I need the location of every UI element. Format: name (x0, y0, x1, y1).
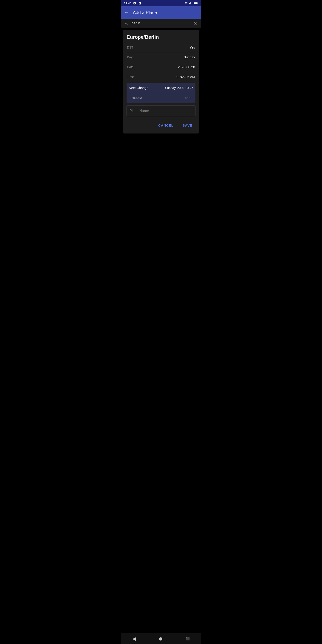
status-left: 11:46 (124, 2, 141, 5)
signal-icon (189, 2, 192, 5)
back-button[interactable]: ← (124, 10, 129, 16)
day-label: Day (127, 56, 132, 59)
timezone-title: Europe/Berlin (126, 34, 196, 40)
action-buttons: CANCEL SAVE (126, 121, 196, 130)
wifi-icon (184, 2, 188, 5)
dst-label: DST (127, 46, 133, 49)
svg-rect-2 (198, 3, 198, 4)
clear-icon[interactable] (193, 21, 198, 26)
search-input[interactable] (132, 21, 190, 25)
next-change-section: Next Change Sunday, 2020-10-25 03:00 AM … (126, 83, 196, 103)
save-button[interactable]: SAVE (180, 122, 194, 129)
next-change-value: Sunday, 2020-10-25 (165, 86, 193, 90)
app-bar: ← Add a Place (121, 6, 201, 19)
next-change-row: Next Change Sunday, 2020-10-25 (126, 83, 196, 93)
next-change-offset-value: -01:00 (184, 96, 193, 100)
time-row: Time 11:46:36 AM (126, 72, 196, 82)
date-value: 2020-06-28 (178, 65, 195, 69)
status-time: 11:46 (124, 2, 131, 5)
next-change-sub-row: 03:00 AM -01:00 (126, 93, 196, 103)
next-change-label: Next Change (129, 86, 148, 90)
battery-icon (194, 2, 198, 4)
place-name-field[interactable] (126, 106, 196, 116)
app-bar-title: Add a Place (133, 10, 157, 15)
sim-icon (138, 2, 141, 5)
search-icon (124, 21, 129, 26)
status-bar: 11:46 (121, 0, 201, 6)
time-value: 11:46:36 AM (176, 75, 195, 79)
timezone-card: Europe/Berlin DST Yes Day Sunday Date 20… (123, 30, 199, 134)
place-name-input[interactable] (130, 109, 192, 113)
settings-icon (133, 2, 136, 5)
date-row: Date 2020-06-28 (126, 62, 196, 72)
status-right (184, 2, 198, 5)
day-value: Sunday (184, 55, 195, 59)
svg-rect-1 (194, 2, 197, 4)
dst-row: DST Yes (126, 44, 196, 52)
date-label: Date (127, 65, 134, 69)
cancel-button[interactable]: CANCEL (156, 122, 176, 129)
day-row: Day Sunday (126, 52, 196, 62)
dst-value: Yes (190, 46, 195, 49)
time-label: Time (127, 75, 134, 79)
search-bar (121, 19, 201, 28)
next-change-time-label: 03:00 AM (129, 96, 142, 100)
